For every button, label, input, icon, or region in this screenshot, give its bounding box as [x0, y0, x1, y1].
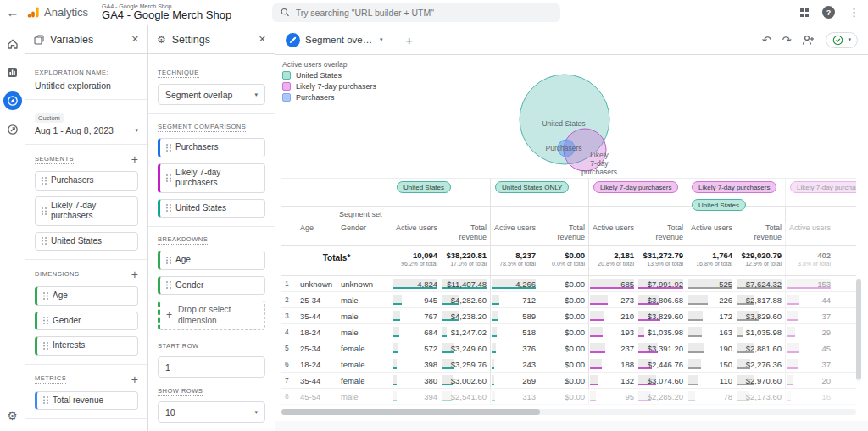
cell-bar	[787, 295, 799, 306]
help-icon[interactable]: ?	[822, 6, 835, 19]
drag-handle-icon[interactable]	[43, 317, 45, 318]
add-segment-button[interactable]: +	[131, 153, 138, 165]
drag-handle-icon[interactable]	[166, 257, 168, 258]
redo-icon[interactable]: ↷	[782, 35, 792, 46]
segment-chip[interactable]: United States ONLY	[495, 181, 569, 193]
column-header-metric[interactable]: Active users	[588, 222, 637, 245]
metric-cell: $3,002.60	[441, 373, 490, 388]
column-header-gender[interactable]: Gender	[339, 222, 392, 245]
column-header-metric[interactable]: Total revenue	[736, 222, 785, 245]
dimension-item[interactable]: Interests	[35, 336, 138, 356]
venn-diagram[interactable]: United States Purchasers Likely 7-day pu…	[504, 59, 704, 186]
drag-handle-icon[interactable]	[166, 174, 168, 176]
apps-grid-icon[interactable]	[800, 8, 809, 17]
drag-handle-icon[interactable]	[166, 204, 168, 206]
exploration-name-block[interactable]: EXPLORATION NAME: Untitled exploration	[35, 63, 138, 91]
table-row[interactable]: 845-54male394$2,541.60313$0.0095$2,285.2…	[281, 389, 856, 405]
drag-handle-icon[interactable]	[166, 281, 168, 283]
segment-item[interactable]: Purchasers	[35, 171, 138, 191]
search-bar[interactable]	[272, 3, 560, 22]
drag-handle-icon[interactable]	[42, 237, 43, 239]
segment-group-header: Likely 7-day purchasers	[588, 179, 687, 206]
cell-bar	[590, 375, 598, 386]
variables-close-icon[interactable]: ✕	[131, 34, 139, 45]
nav-reports-icon[interactable]	[4, 64, 21, 80]
segment-chip[interactable]: Likely 7-day purchasers	[593, 181, 678, 193]
date-range-picker[interactable]: Custom Aug 1 - Aug 8, 2023 ▾	[35, 108, 138, 135]
horizontal-scrollbar[interactable]	[281, 409, 856, 415]
analytics-brand[interactable]: Analytics	[27, 6, 88, 19]
table-row[interactable]: 335-44male767$4,238.20589$0.00210$3,829.…	[281, 308, 856, 324]
cell-value: 188	[620, 360, 634, 369]
nav-explore-icon[interactable]	[3, 91, 22, 110]
column-header-metric[interactable]: Total revenue	[441, 222, 490, 245]
export-status-button[interactable]: ▾	[826, 32, 858, 48]
segment-comparison-item[interactable]: Purchasers	[158, 138, 265, 157]
settings-close-icon[interactable]: ✕	[259, 34, 266, 45]
technique-select[interactable]: Segment overlap ▾	[158, 84, 265, 105]
nav-advertising-icon[interactable]	[4, 121, 21, 138]
overflow-menu-icon[interactable]: ⋮	[849, 6, 860, 19]
add-dimension-button[interactable]: +	[131, 268, 138, 280]
segment-item-label: Likely 7-day purchasers	[51, 201, 131, 222]
horizontal-scrollbar-thumb[interactable]	[281, 409, 540, 415]
add-metric-button[interactable]: +	[131, 373, 138, 385]
table-row[interactable]: 225-34male945$4,282.60712$0.00273$3,806.…	[281, 292, 856, 308]
vertical-scrollbar-thumb[interactable]	[856, 279, 861, 379]
undo-icon[interactable]: ↶	[762, 35, 771, 46]
settings-panel: ⚙ Settings ✕ TECHNIQUE Segment overlap ▾…	[148, 25, 275, 431]
drag-handle-icon[interactable]	[42, 177, 43, 179]
breakdown-drop-zone[interactable]: +Drop or select dimension	[158, 301, 265, 330]
vertical-scrollbar[interactable]	[856, 279, 861, 381]
metric-cell: 4,266	[490, 276, 539, 291]
legend-swatch	[282, 71, 291, 80]
segment-comparison-item[interactable]: Likely 7-day purchasers	[158, 163, 265, 193]
column-header-metric[interactable]: Active users	[785, 222, 834, 245]
column-header-metric[interactable]: Active users	[490, 222, 539, 245]
exploration-name-label: EXPLORATION NAME:	[35, 69, 108, 77]
column-header-metric[interactable]	[834, 222, 856, 245]
table-row[interactable]: 525-34female572$3,249.60376$0.00237$3,39…	[281, 340, 856, 356]
segment-overlap-table: United StatesUnited States ONLYLikely 7-…	[281, 178, 856, 406]
segment-item[interactable]: Likely 7-day purchasers	[35, 196, 138, 226]
admin-gear-icon[interactable]: ⚙	[7, 409, 18, 423]
drag-handle-icon[interactable]	[43, 292, 45, 294]
search-input[interactable]	[296, 8, 553, 18]
cell-value: $7,991.92	[648, 279, 683, 289]
dimension-item[interactable]: Gender	[35, 312, 138, 331]
breakdown-item[interactable]: Age	[158, 251, 265, 270]
column-header-metric[interactable]: Active users	[392, 222, 441, 245]
share-users-icon[interactable]	[802, 35, 815, 46]
tab-segment-overlap[interactable]: Segment overlap ▾	[275, 25, 392, 54]
add-tab-button[interactable]: +	[392, 25, 426, 54]
segment-item[interactable]: United States	[35, 232, 138, 251]
cell-bar	[393, 311, 400, 322]
column-header-metric[interactable]: Active users	[687, 222, 736, 245]
column-header-metric[interactable]: Total revenue	[539, 222, 588, 245]
drag-handle-icon[interactable]	[166, 144, 168, 146]
drag-handle-icon[interactable]	[42, 207, 43, 209]
segment-chip[interactable]: Likely 7-day purchasers	[790, 181, 856, 193]
start-row-input[interactable]: 1	[158, 356, 265, 378]
drag-handle-icon[interactable]	[43, 342, 45, 344]
show-rows-select[interactable]: 10 ▾	[158, 401, 265, 423]
back-icon[interactable]: ←	[5, 5, 20, 19]
table-row[interactable]: 1unknownunknown4,824$11,407.484,266$0.00…	[281, 276, 856, 292]
segment-chip[interactable]: Likely 7-day purchasers	[692, 181, 776, 193]
dimension-item[interactable]: Age	[35, 286, 138, 306]
table-row[interactable]: 735-44female380$3,002.60269$0.00132$3,07…	[281, 373, 856, 389]
totals-cell: 8,23778.5% of total	[490, 246, 539, 275]
drag-handle-icon[interactable]	[43, 396, 45, 398]
metric-item[interactable]: Total revenue	[35, 391, 138, 411]
property-switcher[interactable]: GA4 - Google Merch Shop GA4 - Google Mer…	[102, 3, 231, 21]
metric-cell: $4,282.60	[441, 292, 490, 307]
column-header-metric[interactable]: Total revenue	[637, 222, 687, 245]
nav-home-icon[interactable]	[4, 36, 21, 52]
segment-chip[interactable]: United States	[397, 181, 451, 193]
segment-comparison-item[interactable]: United States	[158, 199, 265, 218]
breakdown-item[interactable]: Gender	[158, 276, 265, 296]
cell-value: 95	[625, 392, 634, 401]
column-header-age[interactable]: Age	[298, 222, 339, 245]
table-row[interactable]: 418-24male684$1,247.02518$0.00193$1,035.…	[281, 324, 856, 340]
table-row[interactable]: 618-24female398$3,259.76243$0.00188$2,44…	[281, 356, 856, 373]
